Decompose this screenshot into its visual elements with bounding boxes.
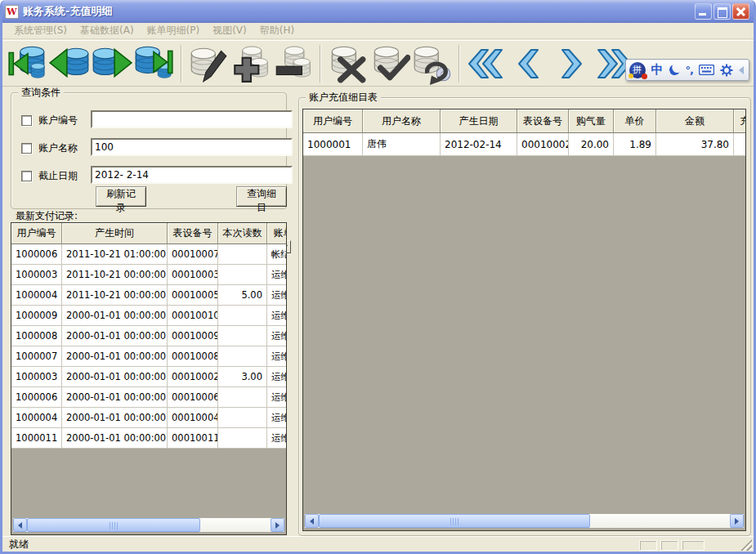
table-cell[interactable]: 1000003 [11,367,62,387]
punctuation-icon[interactable]: °, [686,65,693,75]
db-edit-button[interactable] [187,42,230,85]
column-header[interactable]: 表设备号 [168,223,218,244]
column-header[interactable]: 产生日期 [441,109,517,133]
column-header[interactable]: 用户编号 [303,109,363,133]
window-titlebar[interactable]: W 账务系统-充值明细 [0,0,756,23]
table-cell[interactable]: 00010007 [168,244,218,265]
table-cell[interactable]: 1000008 [11,326,62,346]
table-row[interactable]: 10000042000-01-01 00:00:0000010004运维 [11,408,286,428]
table-cell[interactable]: 1000006 [11,244,62,265]
table-cell[interactable]: 2011-10-21 00:00:00 [62,265,168,285]
table-row[interactable]: 10000112000-01-01 00:00:0000010011运维 [11,428,286,449]
table-cell[interactable]: 2000-01-01 00:00:00 [62,367,168,387]
table-cell[interactable]: 00010010 [168,306,218,326]
page-prev-button[interactable] [508,42,550,85]
column-header[interactable]: 表设备号 [517,109,569,133]
table-cell[interactable]: 2011-10-21 01:00:00 [62,244,168,265]
table-cell[interactable]: 1000011 [11,428,62,449]
end-date-combobox[interactable] [91,166,293,184]
table-cell[interactable]: 00010003 [168,265,218,285]
table-cell[interactable]: 1000001 [303,133,363,156]
table-cell[interactable]: 1000004 [11,408,62,428]
table-cell[interactable] [218,326,267,346]
menu-item-3[interactable]: 视图(V) [206,22,253,39]
table-cell[interactable]: 37.80 [656,133,734,156]
table-cell[interactable]: 运维 [267,428,287,449]
table-cell[interactable]: 00010008 [168,346,218,367]
ime-collapse-icon[interactable] [739,66,744,74]
db-refresh-button[interactable] [411,42,454,85]
db-post-button[interactable] [369,42,411,85]
table-cell[interactable]: 2000-01-01 00:00:00 [62,408,168,428]
column-header[interactable]: 产生时间 [62,223,168,244]
db-next-button[interactable] [91,42,133,85]
db-insert-button[interactable] [230,42,272,85]
table-cell[interactable]: 00010002 [517,133,569,156]
menu-item-1[interactable]: 基础数据(A) [74,22,141,39]
column-header[interactable]: 购气量 [569,109,614,133]
scroll-left-arrow[interactable] [13,518,27,532]
table-cell[interactable]: 1000007 [11,346,62,367]
table-cell[interactable]: 2011-10-21 00:00:00 [62,285,168,306]
ime-toolbar[interactable]: 拼 中 °, [625,59,749,81]
table-cell[interactable] [218,346,267,367]
table-cell[interactable]: 1000004 [11,285,62,306]
db-last-button[interactable] [133,42,176,85]
table-cell[interactable]: 运维 [267,306,287,326]
table-cell[interactable] [218,387,267,408]
table-cell[interactable] [218,265,267,285]
scroll-right-arrow[interactable] [730,514,744,528]
scrollbar-thumb[interactable] [319,514,590,528]
column-header[interactable]: 本次读数 [218,223,267,244]
table-cell[interactable]: 2000-01-01 00:00:00 [62,306,168,326]
query-details-button[interactable]: 查询细目 [236,186,287,207]
page-next-button[interactable] [550,42,593,85]
column-header[interactable]: 用户名称 [363,109,441,133]
table-cell[interactable] [218,244,267,265]
table-cell[interactable]: 运维 [267,265,287,285]
table-cell[interactable]: 唐伟 [363,133,441,156]
table-cell[interactable]: 运维 [267,346,287,367]
table-cell[interactable]: 00010006 [168,387,218,408]
account-id-checkbox[interactable] [21,115,32,126]
maximize-button[interactable] [714,3,731,20]
table-row[interactable]: 10000072000-01-01 00:00:0000010008运维 [11,346,286,367]
column-header[interactable]: 用户编号 [11,223,62,244]
column-header[interactable]: 账单 [267,223,287,244]
column-header[interactable]: 单价 [614,109,656,133]
menu-item-4[interactable]: 帮助(H) [253,22,301,39]
account-name-checkbox[interactable] [21,143,32,154]
table-cell[interactable] [734,133,746,156]
table-cell[interactable]: 运维 [267,387,287,408]
table-cell[interactable]: 1.89 [614,133,656,156]
menu-item-2[interactable]: 账单明细(P) [141,22,207,39]
ime-settings-icon[interactable] [720,64,733,77]
table-cell[interactable]: 00010009 [168,326,218,346]
table-cell[interactable]: 1000003 [11,265,62,285]
table-row[interactable]: 10000062011-10-21 01:00:0000010007帐结 [11,244,286,265]
account-name-input[interactable] [91,138,293,156]
ime-logo-icon[interactable]: 拼 [629,62,646,78]
table-row[interactable]: 10000042011-10-21 00:00:00000100055.00运维 [11,285,286,306]
table-cell[interactable]: 2000-01-01 00:00:00 [62,428,168,449]
db-cancel-button[interactable] [326,42,369,85]
table-cell[interactable]: 1000009 [11,306,62,326]
table-cell[interactable] [218,428,267,449]
table-row[interactable]: 1000001唐伟2012-02-140001000220.001.8937.8… [303,133,745,156]
refresh-records-button[interactable]: 刷新记录 [96,186,146,207]
table-cell[interactable]: 00010005 [168,285,218,306]
table-cell[interactable]: 3.00 [218,367,267,387]
table-cell[interactable]: 2012-02-14 [441,133,517,156]
table-cell[interactable]: 00010004 [168,408,218,428]
table-cell[interactable]: 运维 [267,367,287,387]
table-cell[interactable]: 运维 [267,408,287,428]
table-cell[interactable]: 5.00 [218,285,267,306]
table-row[interactable]: 10000082000-01-01 00:00:0000010009运维 [11,326,286,346]
table-cell[interactable]: 20.00 [569,133,614,156]
end-date-checkbox[interactable] [21,171,32,181]
table-row[interactable]: 10000032011-10-21 00:00:0000010003运维 [11,265,286,285]
scroll-left-arrow[interactable] [305,514,319,528]
soft-keyboard-icon[interactable] [699,65,714,75]
table-row[interactable]: 10000092000-01-01 00:00:0000010010运维 [11,306,286,326]
table-row[interactable]: 10000032000-01-01 00:00:00000100023.00运维 [11,367,286,387]
